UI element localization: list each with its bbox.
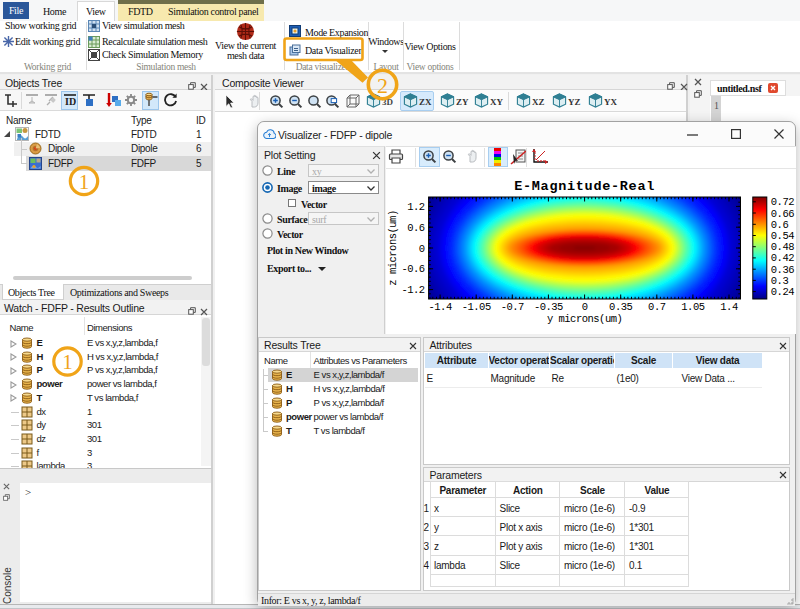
svg-text:1: 1 <box>62 350 73 374</box>
svg-text:2: 2 <box>377 73 388 98</box>
svg-text:1: 1 <box>79 170 90 194</box>
